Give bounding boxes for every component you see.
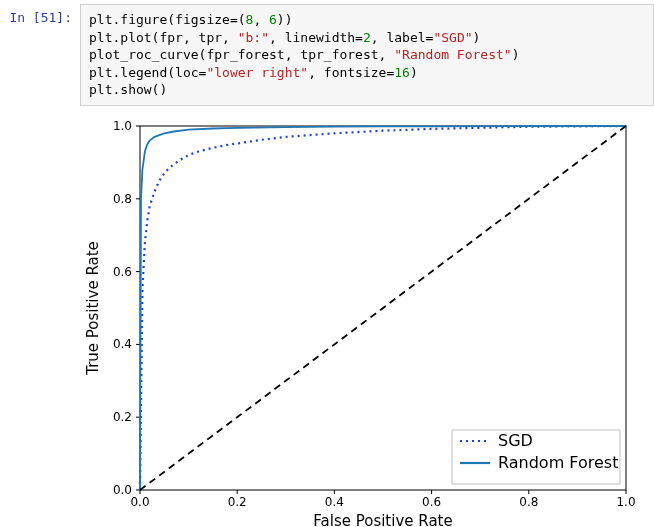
jupyter-cell: In [51]: plt.figure(figsize=(8, 6)) plt.… <box>0 0 654 106</box>
svg-text:1.0: 1.0 <box>616 495 635 509</box>
svg-text:1.0: 1.0 <box>113 119 132 133</box>
svg-text:0.8: 0.8 <box>113 192 132 206</box>
svg-text:0.0: 0.0 <box>113 483 132 497</box>
svg-text:0.0: 0.0 <box>130 495 149 509</box>
svg-text:0.2: 0.2 <box>113 410 132 424</box>
roc-chart: 0.00.20.40.60.81.00.00.20.40.60.81.0Fals… <box>80 114 636 527</box>
svg-text:0.2: 0.2 <box>228 495 247 509</box>
svg-text:0.6: 0.6 <box>422 495 441 509</box>
svg-text:0.4: 0.4 <box>113 337 132 351</box>
prompt-number: [51]: <box>33 10 72 25</box>
prompt-prefix: In <box>9 10 32 25</box>
chart-svg: 0.00.20.40.60.81.00.00.20.40.60.81.0Fals… <box>80 114 636 527</box>
svg-text:False Positive Rate: False Positive Rate <box>313 512 452 527</box>
svg-text:True Positive Rate: True Positive Rate <box>84 241 102 376</box>
code-input[interactable]: plt.figure(figsize=(8, 6)) plt.plot(fpr,… <box>80 4 654 106</box>
input-prompt: In [51]: <box>0 4 80 25</box>
svg-text:Random Forest: Random Forest <box>498 453 618 472</box>
svg-text:0.6: 0.6 <box>113 264 132 278</box>
svg-text:0.4: 0.4 <box>325 495 344 509</box>
svg-text:SGD: SGD <box>498 431 533 450</box>
output-area: 0.00.20.40.60.81.00.00.20.40.60.81.0Fals… <box>80 106 654 527</box>
svg-text:0.8: 0.8 <box>519 495 538 509</box>
